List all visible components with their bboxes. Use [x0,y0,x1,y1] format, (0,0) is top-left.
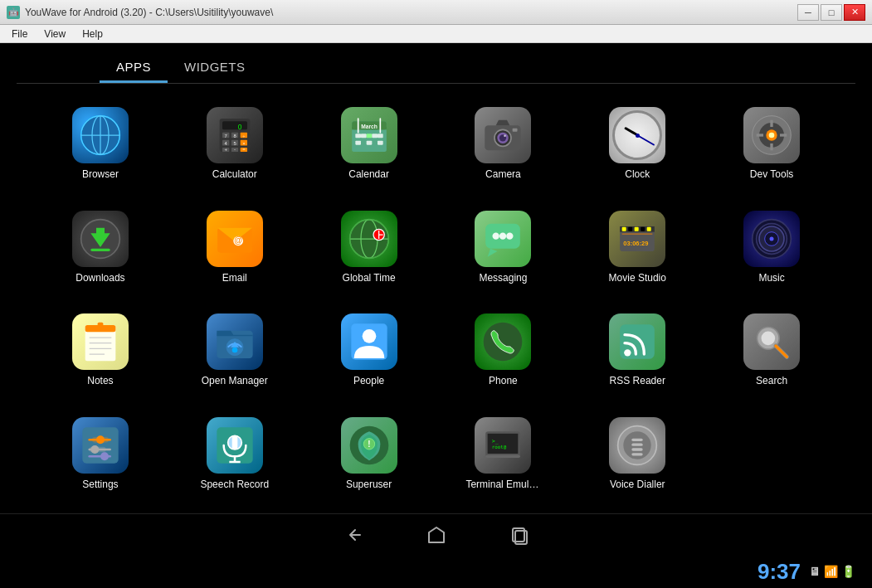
music-label: Music [758,272,784,284]
emulator-frame: APPS WIDGETS Browser 078÷45×+-= Calculat… [0,43,872,588]
openmanager-label: Open Manager [202,375,268,386]
app-superuser[interactable]: ! Superuser [302,402,436,506]
calculator-label: Calculator [212,168,257,180]
svg-point-86 [770,236,774,241]
globaltime-icon [341,211,397,267]
svg-rect-77 [628,227,632,231]
terminal-icon: >_root@ [475,417,531,474]
menu-help[interactable]: Help [76,27,110,41]
status-icons: 🖥 📶 🔋 [809,565,855,578]
app-speechrecord[interactable]: Speech Record [168,402,302,506]
svg-rect-35 [355,141,361,145]
app-messaging[interactable]: Messaging [436,196,570,299]
title-controls: ─ □ ✕ [797,4,865,21]
svg-rect-80 [647,227,651,231]
notes-label: Notes [87,375,113,386]
window-title: YouWave for Android (3.20) - C:\Users\Us… [25,7,273,18]
camera-icon [475,107,531,163]
app-terminal[interactable]: >_root@ Terminal Emula... [436,402,570,506]
app-rss[interactable]: RSS Reader [570,299,704,402]
android-nav [0,513,872,555]
svg-text:03:06:29: 03:06:29 [624,240,649,247]
svg-rect-79 [641,227,645,231]
signal-icon: 📶 [824,565,838,578]
svg-rect-53 [770,120,772,127]
app-email[interactable]: @ Email [168,196,302,299]
devtools-icon [743,107,800,163]
movie-label: Movie Studio [609,272,666,284]
title-bar-left: 🤖 YouWave for Android (3.20) - C:\Users\… [7,6,273,19]
app-calendar[interactable]: March Calendar [302,92,436,196]
calculator-icon: 078÷45×+-= [207,107,263,163]
app-clock[interactable]: Clock [570,92,704,196]
svg-text:=: = [242,147,246,152]
back-nav-button[interactable] [337,522,370,547]
svg-text:!: ! [368,439,370,448]
devtools-label: Dev Tools [750,168,793,180]
app-globaltime[interactable]: Global Time [302,196,436,299]
app-moviestyle[interactable]: 03:06:29 Movie Studio [570,196,704,299]
svg-text:7: 7 [224,134,227,138]
app-openmanager[interactable]: Open Manager [168,299,302,402]
recent-nav-button[interactable] [503,522,536,547]
app-calculator[interactable]: 078÷45×+-= Calculator [168,92,302,196]
svg-rect-135 [632,443,643,445]
camera-label: Camera [485,168,521,180]
svg-point-45 [504,135,507,138]
app-settings[interactable]: Settings [33,402,168,506]
close-button[interactable]: ✕ [844,4,865,21]
search-icon [743,313,800,370]
svg-rect-82 [622,233,653,235]
title-bar: 🤖 YouWave for Android (3.20) - C:\Users\… [0,0,872,25]
tab-apps[interactable]: APPS [100,53,168,83]
app-icon: 🤖 [7,6,20,19]
svg-rect-46 [513,129,518,132]
app-voicedialler[interactable]: Voice Dialler [570,402,704,506]
app-browser[interactable]: Browser [33,92,168,196]
globaltime-label: Global Time [343,272,396,284]
app-devtools[interactable]: Dev Tools [704,92,839,196]
svg-point-107 [762,332,776,346]
android-screen: APPS WIDGETS Browser 078÷45×+-= Calculat… [0,43,872,588]
svg-point-50 [769,133,775,138]
app-notes[interactable]: Notes [33,299,168,402]
svg-rect-34 [378,134,383,138]
app-camera[interactable]: Camera [436,92,570,196]
maximize-button[interactable]: □ [821,4,842,21]
svg-text:root@: root@ [492,445,507,450]
svg-point-105 [624,349,631,356]
home-nav-button[interactable] [420,522,453,547]
svg-point-103 [484,323,523,362]
app-search[interactable]: Search [704,299,839,402]
screen-icon: 🖥 [809,565,821,578]
menu-file[interactable]: File [5,27,34,41]
svg-point-72 [499,232,506,239]
svg-text:5: 5 [233,141,236,146]
app-people[interactable]: i People [302,299,436,402]
music-icon [743,211,800,267]
rss-label: RSS Reader [610,375,665,386]
app-phone[interactable]: Phone [436,299,570,402]
people-label: People [353,375,384,386]
app-music[interactable]: Music [704,196,839,299]
apps-grid: Browser 078÷45×+-= Calculator March Cale… [0,84,872,513]
phone-label: Phone [489,375,518,386]
svg-marker-41 [496,120,510,126]
svg-rect-36 [366,141,372,145]
app-downloads[interactable]: Downloads [33,196,168,299]
superuser-label: Superuser [346,479,392,490]
tab-widgets[interactable]: WIDGETS [168,53,262,83]
svg-rect-38 [361,134,367,138]
svg-rect-54 [770,143,772,150]
battery-icon: 🔋 [841,565,855,578]
menu-view[interactable]: View [37,27,72,41]
status-bar-bottom: 9:37 🖥 📶 🔋 [0,555,872,588]
notes-icon [72,313,129,370]
minimize-button[interactable]: ─ [797,4,819,21]
svg-text:×: × [242,141,245,146]
svg-rect-51 [757,134,763,137]
svg-text:-: - [234,147,236,152]
svg-point-118 [100,452,109,460]
speechrecord-label: Speech Record [200,479,269,490]
svg-rect-121 [231,435,237,450]
